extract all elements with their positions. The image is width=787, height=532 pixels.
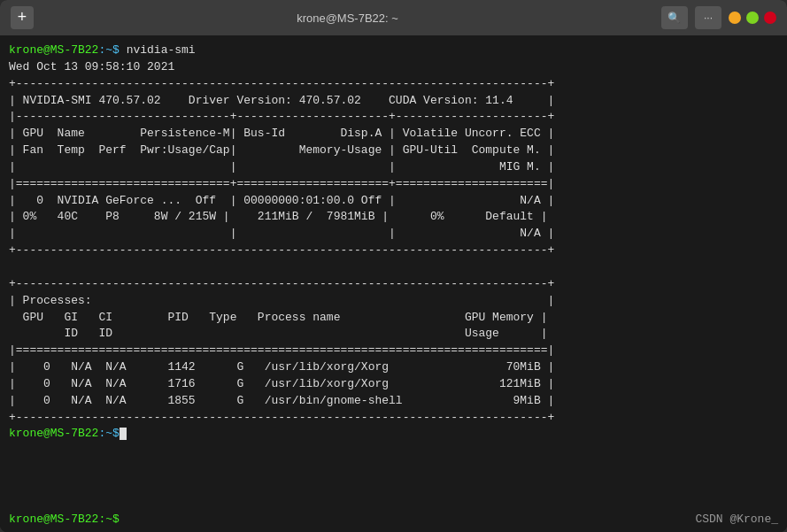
command-text: nvidia-smi (120, 43, 196, 57)
command-line: krone@MS-7B22:~$ nvidia-smi (9, 42, 778, 59)
gpu0-row2: | 0% 40C P8 8W / 215W | 211MiB / 7981MiB… (9, 209, 778, 226)
gpu0-row3: | | | N/A | (9, 226, 778, 243)
bottom-prompt: krone@MS-7B22:~$ (9, 513, 120, 526)
sep5: +---------------------------------------… (9, 276, 778, 293)
sep6: |=======================================… (9, 343, 778, 359)
prompt2-user: krone@MS-7B22 (9, 427, 98, 440)
gpu-header: | GPU Name Persistence-M| Bus-Id Disp.A … (9, 126, 778, 143)
new-tab-button[interactable]: + (11, 6, 34, 29)
fan-header: | Fan Temp Perf Pwr:Usage/Cap| Memory-Us… (9, 143, 778, 159)
titlebar-left: + (11, 6, 34, 29)
search-icon: 🔍 (667, 12, 681, 24)
terminal-window: + krone@MS-7B22: ~ 🔍 ··· krone@MS-7B22:~… (0, 0, 787, 532)
prompt-line2: krone@MS-7B22:~$ (9, 426, 778, 443)
search-button[interactable]: 🔍 (661, 6, 688, 29)
menu-icon: ··· (704, 12, 713, 24)
terminal-content[interactable]: krone@MS-7B22:~$ nvidia-smi Wed Oct 13 0… (0, 35, 787, 505)
proc-row1: | 0 N/A N/A 1142 G /usr/lib/xorg/Xorg 70… (9, 359, 778, 376)
sep1: +---------------------------------------… (9, 76, 778, 93)
date-line: Wed Oct 13 09:58:10 2021 (9, 59, 778, 76)
titlebar-title: krone@MS-7B22: ~ (297, 12, 398, 25)
close-button[interactable] (764, 12, 776, 24)
blank-line (9, 259, 778, 276)
prompt2-dir: :~$ (98, 427, 119, 440)
minimize-button[interactable] (729, 12, 741, 24)
titlebar-right: 🔍 ··· (661, 6, 776, 29)
prompt-dir: :~$ (98, 43, 119, 57)
processes-header: | Processes: | (9, 293, 778, 310)
mig-header: | | | MIG M. | (9, 159, 778, 176)
prompt-user: krone@MS-7B22 (9, 43, 98, 57)
gpu0-row1: | 0 NVIDIA GeForce ... Off | 00000000:01… (9, 193, 778, 210)
proc-row2: | 0 N/A N/A 1716 G /usr/lib/xorg/Xorg 12… (9, 376, 778, 393)
titlebar: + krone@MS-7B22: ~ 🔍 ··· (0, 0, 787, 35)
maximize-button[interactable] (746, 12, 759, 24)
proc-row3: | 0 N/A N/A 1855 G /usr/bin/gnome-shell … (9, 393, 778, 410)
sep3: |===============================+=======… (9, 176, 778, 193)
cursor (120, 428, 127, 440)
proc-col-subheader: ID ID Usage | (9, 326, 778, 343)
bottom-bar: krone@MS-7B22:~$ CSDN @Krone_ (0, 505, 787, 532)
sep2: |-------------------------------+-------… (9, 109, 778, 126)
sep4: +---------------------------------------… (9, 243, 778, 259)
menu-button[interactable]: ··· (695, 6, 721, 29)
bottom-right-text: CSDN @Krone_ (695, 513, 778, 526)
window-controls (729, 12, 776, 24)
sep7: +---------------------------------------… (9, 410, 778, 427)
nvidia-smi-row: | NVIDIA-SMI 470.57.02 Driver Version: 4… (9, 93, 778, 110)
proc-col-header: GPU GI CI PID Type Process name GPU Memo… (9, 310, 778, 327)
